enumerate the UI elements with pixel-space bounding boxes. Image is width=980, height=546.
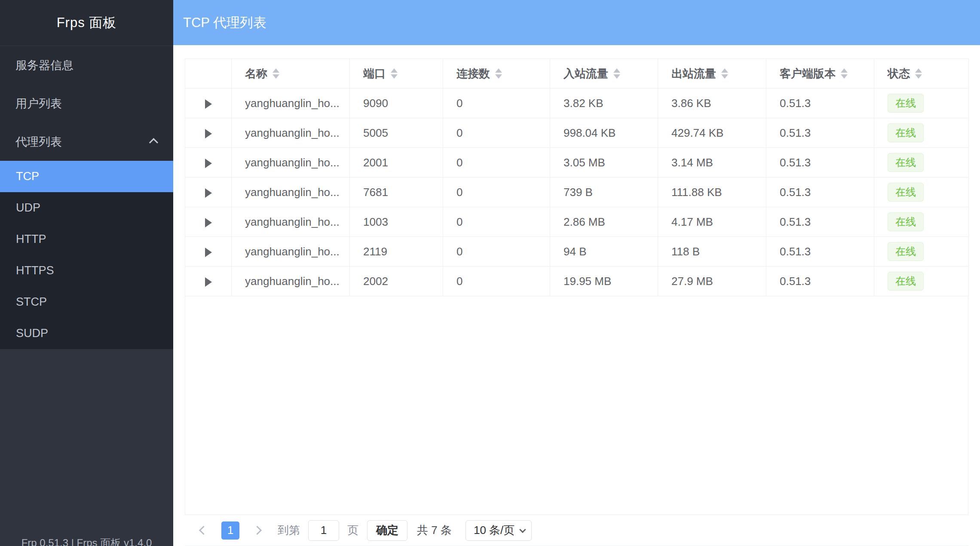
sidebar-item-sudp[interactable]: SUDP — [0, 318, 173, 349]
cell-traffic-out: 429.74 KB — [658, 118, 766, 148]
pagination-bar: 1 到第 页 确定 共 7 条 10 条/页 — [185, 515, 968, 546]
page-number-button[interactable]: 1 — [221, 521, 239, 540]
cell-traffic-out: 3.86 KB — [658, 89, 766, 118]
chevron-right-icon — [253, 526, 262, 535]
cell-port: 1003 — [350, 207, 443, 237]
table-row: yanghuanglin_ho... 2119 0 94 B 118 B 0.5… — [185, 237, 969, 267]
cell-port: 2001 — [350, 148, 443, 178]
page-title: TCP 代理列表 — [183, 14, 266, 32]
cell-client-version: 0.51.3 — [766, 118, 874, 148]
sidebar-item-stcp[interactable]: STCP — [0, 286, 173, 318]
total-count-label: 共 7 条 — [417, 523, 452, 538]
cell-traffic-in: 739 B — [550, 178, 658, 207]
table-row: yanghuanglin_ho... 7681 0 739 B 111.88 K… — [185, 178, 969, 207]
cell-client-version: 0.51.3 — [766, 148, 874, 178]
sidebar-item-label: 代理列表 — [15, 134, 62, 150]
sidebar-item-proxy-list[interactable]: 代理列表 — [0, 123, 173, 161]
cell-connections: 0 — [443, 148, 550, 178]
sidebar-filler — [0, 349, 173, 546]
prev-page-button[interactable] — [200, 527, 207, 534]
table-row: yanghuanglin_ho... 2001 0 3.05 MB 3.14 M… — [185, 148, 969, 178]
content-area: 名称 端口 连接数 入站流量 — [173, 45, 980, 546]
cell-client-version: 0.51.3 — [766, 237, 874, 267]
page-number-input[interactable] — [308, 520, 339, 541]
sidebar-item-server-info[interactable]: 服务器信息 — [0, 46, 173, 84]
proxy-submenu: TCP UDP HTTP HTTPS STCP SUDP — [0, 161, 173, 349]
sort-icon[interactable] — [273, 68, 279, 79]
cell-port: 9090 — [350, 89, 443, 118]
column-header-port[interactable]: 端口 — [350, 59, 443, 89]
cell-name: yanghuanglin_ho... — [232, 237, 350, 267]
cell-client-version: 0.51.3 — [766, 178, 874, 207]
cell-connections: 0 — [443, 89, 550, 118]
sort-icon[interactable] — [721, 68, 728, 79]
sort-icon[interactable] — [915, 68, 922, 79]
cell-name: yanghuanglin_ho... — [232, 178, 350, 207]
sidebar-item-user-list[interactable]: 用户列表 — [0, 84, 173, 123]
status-badge: 在线 — [888, 94, 924, 113]
cell-client-version: 0.51.3 — [766, 207, 874, 237]
proxy-table: 名称 端口 连接数 入站流量 — [185, 58, 969, 296]
column-header-client-version[interactable]: 客户端版本 — [766, 59, 874, 89]
sidebar-menu: 服务器信息 用户列表 代理列表 — [0, 46, 173, 161]
expand-row-icon[interactable] — [205, 99, 212, 109]
sort-icon[interactable] — [391, 68, 398, 79]
sort-icon[interactable] — [495, 68, 502, 79]
expand-row-icon[interactable] — [205, 277, 212, 287]
expand-row-icon[interactable] — [205, 248, 212, 257]
cell-client-version: 0.51.3 — [766, 267, 874, 296]
cell-name: yanghuanglin_ho... — [232, 89, 350, 118]
app-title: Frps 面板 — [0, 0, 173, 46]
cell-connections: 0 — [443, 237, 550, 267]
cell-client-version: 0.51.3 — [766, 89, 874, 118]
cell-connections: 0 — [443, 267, 550, 296]
cell-name: yanghuanglin_ho... — [232, 148, 350, 178]
table-row: yanghuanglin_ho... 2002 0 19.95 MB 27.9 … — [185, 267, 969, 296]
table-row: yanghuanglin_ho... 9090 0 3.82 KB 3.86 K… — [185, 89, 969, 118]
table-empty-area — [185, 296, 968, 515]
cell-traffic-out: 111.88 KB — [658, 178, 766, 207]
sidebar-item-label: 服务器信息 — [15, 58, 74, 73]
expand-row-icon[interactable] — [205, 188, 212, 198]
column-header-connections[interactable]: 连接数 — [443, 59, 550, 89]
expand-row-icon[interactable] — [205, 218, 212, 227]
cell-port: 2119 — [350, 237, 443, 267]
status-badge: 在线 — [888, 212, 924, 231]
cell-traffic-in: 94 B — [550, 237, 658, 267]
column-header-status[interactable]: 状态 — [874, 59, 969, 89]
column-header-traffic-in[interactable]: 入站流量 — [550, 59, 658, 89]
status-badge: 在线 — [888, 242, 924, 261]
main-area: TCP 代理列表 名称 端口 — [173, 0, 980, 546]
sidebar-item-https[interactable]: HTTPS — [0, 255, 173, 286]
sort-icon[interactable] — [841, 68, 848, 79]
status-badge: 在线 — [888, 153, 924, 172]
column-header-traffic-out[interactable]: 出站流量 — [658, 59, 766, 89]
cell-name: yanghuanglin_ho... — [232, 207, 350, 237]
cell-traffic-in: 3.05 MB — [550, 148, 658, 178]
status-badge: 在线 — [888, 272, 924, 291]
cell-port: 5005 — [350, 118, 443, 148]
cell-connections: 0 — [443, 118, 550, 148]
column-header-name[interactable]: 名称 — [232, 59, 350, 89]
next-page-button[interactable] — [254, 527, 260, 534]
cell-traffic-out: 3.14 MB — [658, 148, 766, 178]
sidebar-item-tcp[interactable]: TCP — [0, 161, 173, 192]
sidebar-item-http[interactable]: HTTP — [0, 224, 173, 255]
cell-traffic-in: 998.04 KB — [550, 118, 658, 148]
sort-icon[interactable] — [613, 68, 620, 79]
expand-row-icon[interactable] — [205, 159, 212, 168]
table-header-row: 名称 端口 连接数 入站流量 — [185, 59, 969, 89]
cell-traffic-out: 27.9 MB — [658, 267, 766, 296]
expand-column-header — [185, 59, 232, 89]
submenu-item-label: HTTP — [16, 233, 46, 246]
sidebar-item-udp[interactable]: UDP — [0, 192, 173, 224]
submenu-item-label: TCP — [16, 170, 39, 183]
version-footer: Frp 0.51.3 | Frps 面板 v1.4.0 — [0, 536, 173, 546]
submenu-item-label: UDP — [16, 201, 40, 215]
confirm-button[interactable]: 确定 — [367, 520, 407, 541]
page-size-value: 10 条/页 — [474, 523, 514, 538]
expand-row-icon[interactable] — [205, 129, 212, 138]
cell-traffic-in: 19.95 MB — [550, 267, 658, 296]
page-size-select[interactable]: 10 条/页 — [466, 520, 532, 541]
cell-name: yanghuanglin_ho... — [232, 267, 350, 296]
